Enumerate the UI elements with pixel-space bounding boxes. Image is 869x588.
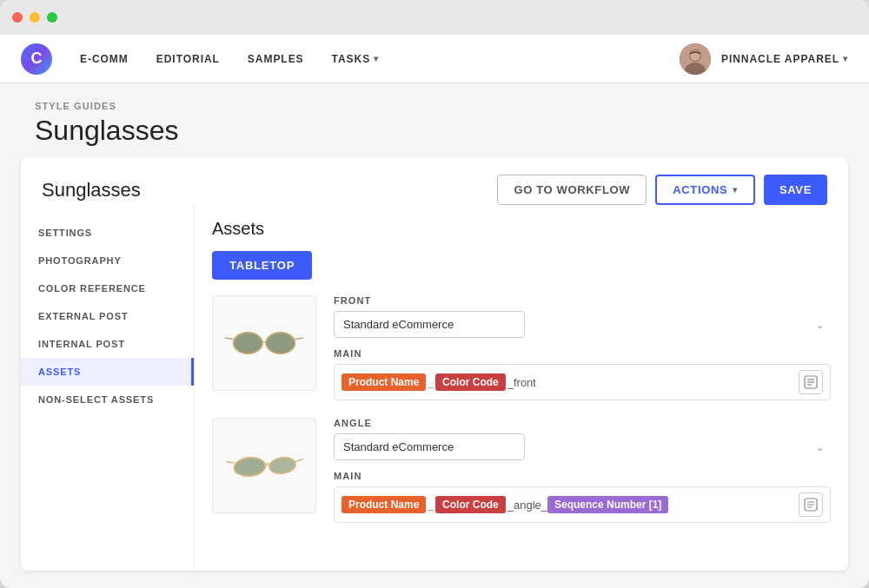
asset-image-angle [212, 418, 316, 513]
angle-format-icon[interactable] [799, 492, 823, 517]
tasks-dropdown-icon: ▾ [374, 54, 379, 63]
header-buttons: GO TO WORKFLOW ACTIONS ▾ SAVE [497, 175, 827, 205]
avatar-image [680, 43, 711, 75]
angle-main-label: MAIN [334, 471, 831, 481]
angle-field-label: ANGLE [334, 418, 831, 428]
front-main-label: MAIN [334, 348, 831, 359]
svg-line-8 [225, 338, 234, 340]
svg-line-18 [227, 462, 235, 464]
angle-main-row: Product Name _ Color Code _angle_ Sequen… [334, 486, 831, 523]
angle-select-arrow: ⌄ [816, 441, 824, 453]
angle-select-wrapper: Standard eCommerce Custom ⌄ [334, 433, 831, 460]
sunglasses-angle-svg [225, 447, 303, 483]
content-area: Assets TABLETOP [195, 205, 848, 571]
sidebar: SETTINGS PHOTOGRAPHY COLOR REFERENCE EXT… [21, 205, 195, 571]
app-window: C E-COMM EDITORIAL SAMPLES TASKS ▾ [0, 0, 869, 588]
sidebar-item-assets[interactable]: ASSETS [21, 358, 194, 386]
breadcrumb-parent: STYLE GUIDES [35, 101, 834, 111]
asset-fields-angle: ANGLE Standard eCommerce Custom ⌄ MAIN [334, 418, 831, 523]
tabletop-tab[interactable]: TABLETOP [212, 251, 312, 280]
front-select-wrapper: Standard eCommerce Custom ⌄ [334, 311, 831, 338]
logo[interactable]: C [21, 43, 52, 75]
navbar: C E-COMM EDITORIAL SAMPLES TASKS ▾ [0, 35, 869, 83]
front-text-suffix: _front [507, 376, 536, 389]
nav-links: E-COMM EDITORIAL SAMPLES TASKS ▾ [80, 53, 680, 65]
nav-tasks[interactable]: TASKS ▾ [332, 53, 380, 65]
angle-separator-1: _ [428, 499, 434, 511]
front-main-row: Product Name _ Color Code _front [334, 364, 831, 400]
sidebar-item-color-reference[interactable]: COLOR REFERENCE [21, 274, 194, 302]
maximize-button[interactable] [47, 12, 57, 23]
svg-line-9 [295, 338, 303, 340]
text-format-svg-2 [804, 498, 818, 512]
nav-ecomm[interactable]: E-COMM [80, 53, 129, 65]
assets-title: Assets [212, 219, 831, 239]
asset-section-angle: ANGLE Standard eCommerce Custom ⌄ MAIN [212, 418, 831, 523]
angle-tag-color-code[interactable]: Color Code [435, 496, 506, 513]
sunglasses-front-svg [225, 325, 303, 360]
front-select-arrow: ⌄ [816, 319, 824, 330]
nav-samples[interactable]: SAMPLES [248, 53, 304, 65]
card-title: Sunglasses [42, 179, 141, 202]
front-tag-product-name[interactable]: Product Name [342, 373, 426, 391]
close-button[interactable] [12, 12, 23, 23]
front-select[interactable]: Standard eCommerce Custom [334, 311, 525, 338]
page-title: Sunglasses [35, 115, 834, 147]
sidebar-item-internal-post[interactable]: INTERNAL POST [21, 330, 194, 358]
sidebar-item-external-post[interactable]: EXTERNAL POST [21, 302, 194, 330]
brand-name[interactable]: PINNACLE APPAREL ▾ [721, 53, 848, 65]
main-card: Sunglasses GO TO WORKFLOW ACTIONS ▾ SAVE… [21, 157, 848, 571]
sidebar-item-photography[interactable]: PHOTOGRAPHY [21, 247, 194, 274]
front-field-label: FRONT [334, 295, 831, 306]
card-header: Sunglasses GO TO WORKFLOW ACTIONS ▾ SAVE [21, 157, 848, 205]
sidebar-item-settings[interactable]: SETTINGS [21, 219, 194, 247]
workflow-button[interactable]: GO TO WORKFLOW [497, 175, 647, 205]
asset-section-front: FRONT Standard eCommerce Custom ⌄ MAIN [212, 295, 831, 400]
avatar [680, 43, 711, 75]
actions-dropdown-icon: ▾ [733, 185, 738, 195]
nav-editorial[interactable]: EDITORIAL [156, 53, 220, 65]
sidebar-item-non-select-assets[interactable]: NON-SELECT ASSETS [21, 386, 194, 413]
angle-select[interactable]: Standard eCommerce Custom [334, 433, 525, 460]
angle-tag-product-name[interactable]: Product Name [342, 496, 426, 513]
front-format-icon[interactable] [799, 370, 823, 394]
actions-button[interactable]: ACTIONS ▾ [655, 175, 755, 205]
titlebar [0, 0, 869, 35]
front-separator-1: _ [428, 376, 434, 388]
nav-right: PINNACLE APPAREL ▾ [680, 43, 848, 75]
angle-tag-sequence[interactable]: Sequence Number [1] [547, 496, 668, 513]
text-format-svg [804, 375, 818, 389]
asset-image-front [212, 295, 316, 391]
brand-dropdown-icon: ▾ [843, 54, 848, 63]
asset-fields-front: FRONT Standard eCommerce Custom ⌄ MAIN [334, 295, 831, 400]
front-tag-color-code[interactable]: Color Code [435, 373, 506, 391]
angle-text-suffix: _angle_ [507, 499, 547, 512]
main-area: Sunglasses GO TO WORKFLOW ACTIONS ▾ SAVE… [0, 157, 869, 588]
svg-line-19 [295, 459, 303, 462]
breadcrumb-area: STYLE GUIDES Sunglasses [0, 83, 869, 157]
logo-icon: C [21, 43, 52, 75]
save-button[interactable]: SAVE [764, 175, 827, 205]
minimize-button[interactable] [30, 12, 40, 23]
card-body: SETTINGS PHOTOGRAPHY COLOR REFERENCE EXT… [21, 205, 848, 571]
